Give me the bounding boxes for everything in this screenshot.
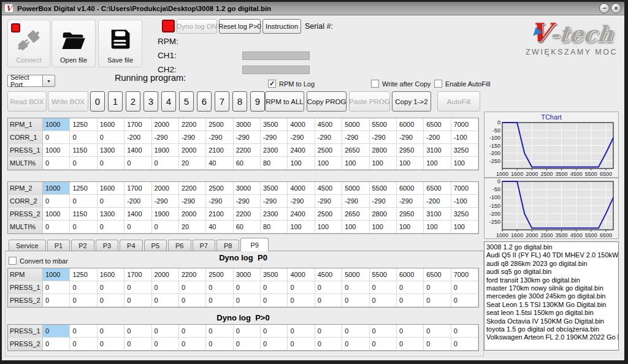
grid-cell[interactable]: -290 xyxy=(152,131,179,144)
rpm-to-log-checkmark[interactable]: ✓ xyxy=(268,80,276,88)
digit-button-2[interactable]: 2 xyxy=(126,91,140,112)
grid-cell[interactable]: 1000 xyxy=(43,268,70,281)
grid-cell[interactable]: -200 xyxy=(424,195,451,208)
grid-cell[interactable]: 0 xyxy=(43,221,70,233)
grid-cell[interactable]: 0 xyxy=(288,281,315,294)
tab-p4[interactable]: P4 xyxy=(120,240,142,251)
grid-cell[interactable]: 6500 xyxy=(424,268,451,281)
file-item[interactable]: Seat Leon 1.5 TSI 130KM Go Digital.bin xyxy=(486,301,618,309)
digit-button-6[interactable]: 6 xyxy=(197,91,212,112)
grid-cell[interactable]: 1700 xyxy=(124,182,151,195)
tab-p8[interactable]: P8 xyxy=(216,240,239,251)
grid-cell[interactable]: 0 xyxy=(152,281,179,294)
grid-cell[interactable]: 0 xyxy=(315,294,342,307)
grid-cell[interactable]: -290 xyxy=(234,131,261,144)
grid-cell[interactable]: 100 xyxy=(342,157,369,170)
grid-cell[interactable]: 6500 xyxy=(424,182,451,195)
grid-cell[interactable]: 0 xyxy=(370,281,397,294)
grid-cell[interactable]: 20 xyxy=(179,221,206,233)
write-box-button[interactable]: Write BOX xyxy=(48,91,88,112)
read-box-button[interactable]: Read BOX xyxy=(7,91,47,112)
grid-cell[interactable]: -290 xyxy=(315,195,342,208)
grid-cell[interactable]: 0 xyxy=(70,131,97,144)
grid-cell[interactable]: 0 xyxy=(152,294,179,307)
grid-cell[interactable]: 2950 xyxy=(397,208,424,221)
digit-button-3[interactable]: 3 xyxy=(144,91,158,112)
file-item[interactable]: Volkswagen Arteon FL 2.0 190KM 2022 Go D… xyxy=(486,333,618,341)
grid-cell[interactable]: 5500 xyxy=(370,118,397,131)
grid-cell[interactable]: -290 xyxy=(261,131,288,144)
close-button[interactable]: × xyxy=(611,3,621,13)
grid-cell[interactable]: 80 xyxy=(261,221,288,233)
grid-cell[interactable]: 2400 xyxy=(288,208,315,221)
grid-cell[interactable]: 20 xyxy=(179,157,206,170)
grid-cell[interactable]: 0 xyxy=(43,281,70,294)
grid-cell[interactable]: 0 xyxy=(261,325,288,338)
grid-cell[interactable]: 4500 xyxy=(315,118,342,131)
grid-cell[interactable]: 0 xyxy=(315,325,342,338)
grid-cell[interactable]: 4000 xyxy=(288,182,315,195)
grid-cell[interactable]: 0 xyxy=(206,338,233,351)
grid-cell[interactable]: 2200 xyxy=(179,118,206,131)
grid-cell[interactable]: 1250 xyxy=(70,118,97,131)
file-item[interactable]: Audi Q5 II (FY FL) 40 TDI MHEV 2.0 150kW… xyxy=(486,251,618,259)
grid-cell[interactable]: 0 xyxy=(70,325,97,338)
grid-cell[interactable]: 100 xyxy=(342,221,369,233)
grid-cell[interactable]: 7000 xyxy=(451,118,478,131)
tab-p6[interactable]: P6 xyxy=(168,240,191,251)
write-after-copy-checkbox[interactable]: Write after Copy xyxy=(371,80,431,88)
grid-cell[interactable]: 1700 xyxy=(124,118,151,131)
grid-cell[interactable]: 2950 xyxy=(397,144,424,157)
grid-cell[interactable]: 0 xyxy=(261,338,288,351)
grid-cell[interactable]: 6000 xyxy=(397,182,424,195)
grid-cell[interactable]: 0 xyxy=(370,294,397,307)
grid-cell[interactable]: 0 xyxy=(70,195,97,208)
grid-cell[interactable]: 0 xyxy=(397,281,424,294)
digit-button-4[interactable]: 4 xyxy=(161,91,176,112)
paste-prog-button[interactable]: Paste PROG xyxy=(349,91,390,112)
grid-cell[interactable]: 60 xyxy=(234,157,261,170)
grid-cell[interactable]: 2500 xyxy=(206,268,233,281)
tab-p2[interactable]: P2 xyxy=(71,240,94,251)
grid-cell[interactable]: 0 xyxy=(370,338,397,351)
grid-cell[interactable]: 5500 xyxy=(370,182,397,195)
grid-cell[interactable]: -200 xyxy=(124,195,151,208)
dyno-log-on-button[interactable]: Dyno log ON xyxy=(177,19,217,34)
grid-cell[interactable]: 0 xyxy=(124,281,151,294)
grid-cell[interactable]: -290 xyxy=(179,195,206,208)
file-item[interactable]: seat leon 1.5tsi 150km go digital.bin xyxy=(486,309,618,317)
grid-cell[interactable]: 2650 xyxy=(342,144,369,157)
grid-cell[interactable]: 100 xyxy=(397,157,424,170)
grid-cell[interactable]: 4000 xyxy=(288,118,315,131)
grid-cell[interactable]: -290 xyxy=(206,195,233,208)
grid-cell[interactable]: 3100 xyxy=(424,144,451,157)
grid-cell[interactable]: 0 xyxy=(234,338,261,351)
grid-cell[interactable]: -100 xyxy=(451,131,478,144)
file-list[interactable]: 3008 1.2 go digital.binAudi Q5 II (FY FL… xyxy=(484,241,619,351)
grid-cell[interactable]: 2200 xyxy=(234,144,261,157)
grid-cell[interactable]: 0 xyxy=(124,157,151,170)
open-file-button[interactable]: Open file xyxy=(52,20,96,67)
grid-cell[interactable]: 0 xyxy=(424,294,451,307)
grid-cell[interactable]: 5500 xyxy=(370,268,397,281)
grid-cell[interactable]: 0 xyxy=(424,325,451,338)
grid-cell[interactable]: 100 xyxy=(424,157,451,170)
grid-cell[interactable]: 4000 xyxy=(288,268,315,281)
grid-cell[interactable]: 1000 xyxy=(43,208,70,221)
grid-cell[interactable]: 1000 xyxy=(43,182,70,195)
grid-cell[interactable]: 5000 xyxy=(342,268,369,281)
grid-cell[interactable]: 0 xyxy=(288,325,315,338)
select-port-combo[interactable]: Select Port ▼ xyxy=(7,75,55,87)
tab-service[interactable]: Service xyxy=(9,240,46,251)
grid-cell[interactable]: 0 xyxy=(179,338,206,351)
grid-cell[interactable]: 0 xyxy=(43,294,70,307)
grid-cell[interactable]: 0 xyxy=(98,338,124,351)
grid-cell[interactable]: 2200 xyxy=(179,182,206,195)
grid-cell[interactable]: -290 xyxy=(370,131,397,144)
grid-cell[interactable]: 0 xyxy=(397,325,424,338)
grid-cell[interactable]: 2100 xyxy=(206,208,233,221)
tab-p7[interactable]: P7 xyxy=(193,240,215,251)
grid-cell[interactable]: 0 xyxy=(342,338,369,351)
grid-cell[interactable]: 80 xyxy=(261,157,288,170)
file-item[interactable]: audi sq5 go digital.bin xyxy=(486,268,618,276)
